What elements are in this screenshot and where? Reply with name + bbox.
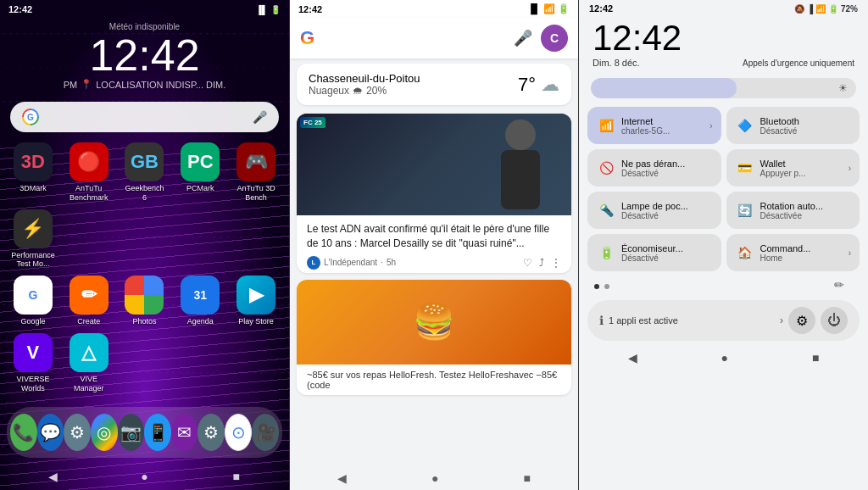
qs-dnd-icon: 🔕 (794, 4, 804, 14)
news-actions: ♡ ⤴ ⋮ (523, 257, 561, 269)
feed-nav-bar: ◀ ● ■ (290, 466, 578, 490)
app-playstore[interactable]: ▶ Play Store (230, 276, 282, 326)
recents-button[interactable]: ■ (228, 468, 245, 485)
feed-home-button[interactable]: ● (431, 471, 438, 485)
app-antutu3d[interactable]: 🎮 AnTuTu 3D Bench (230, 142, 282, 203)
dock-msg2[interactable]: ✉ (171, 414, 198, 451)
app-icon-pcmark: PC (181, 142, 220, 181)
share-icon[interactable]: ⤴ (539, 257, 544, 269)
qs-internet-title: Internet (621, 116, 704, 126)
home-search-bar[interactable]: G 🎤 (10, 102, 279, 132)
cloud-icon: ☁ (541, 74, 559, 96)
qs-settings-button[interactable]: ⚙ (788, 307, 815, 334)
home-button[interactable]: ● (136, 468, 153, 485)
qs-tile-command[interactable]: 🏠 Command... Home › (726, 234, 860, 271)
feed-weather-card[interactable]: Chasseneuil-du-Poitou Nuageux 🌧 20% 7° ☁ (297, 64, 571, 105)
app-label-google: Google (20, 317, 45, 326)
app-photos[interactable]: Photos (119, 276, 171, 326)
app-label-agenda: Agenda (187, 317, 214, 326)
app-google[interactable]: G Google (7, 276, 59, 326)
app-label-geekbench: Geekbench 6 (122, 184, 166, 203)
app-antutu[interactable]: 🔴 AnTuTu Benchmark (63, 142, 115, 203)
qs-bottom-arrow[interactable]: › (780, 315, 783, 326)
weather-city: Chasseneuil-du-Poitou (309, 72, 420, 85)
qs-tile-dnd[interactable]: 🚫 Ne pas déran... Désactivé (587, 149, 721, 187)
brightness-slider[interactable]: ☀ (591, 78, 856, 98)
app-viverse[interactable]: V VIVERSE Worlds (7, 333, 59, 393)
app-icon-antutu3d: 🎮 (236, 142, 275, 181)
home-top-area: Météo indisponible 12:42 PM 📍 LOCALISATI… (0, 19, 289, 95)
app-agenda[interactable]: 31 Agenda (174, 276, 226, 326)
mic-icon[interactable]: 🎤 (253, 110, 267, 124)
qs-command-arrow[interactable]: › (849, 248, 851, 258)
qs-tile-flashlight[interactable]: 🔦 Lampe de poc... Désactivé (587, 192, 721, 229)
qs-dnd-icon2: 🚫 (596, 158, 616, 178)
app-vive[interactable]: △ VIVE Manager (63, 333, 115, 393)
qs-date-emergency: Dim. 8 déc. Appels d'urgence uniquement (593, 58, 854, 68)
qs-battery-pct: 72% (841, 4, 858, 14)
google-g-logo: G (22, 109, 39, 125)
app-icon-geekbench: GB (125, 142, 164, 181)
qs-edit-button[interactable]: ✏ (822, 278, 856, 295)
dock-cam2[interactable]: 🎥 (252, 414, 279, 451)
app-pcmark[interactable]: PC PCMark (174, 142, 226, 203)
qs-dots (591, 281, 613, 292)
home-date-pm: PM (64, 80, 78, 90)
more-icon[interactable]: ⋮ (551, 257, 561, 269)
feed-recents-button[interactable]: ■ (524, 471, 531, 485)
feed-news-card[interactable]: FC 25 Le test ADN avait confirmé qu'il é… (297, 114, 571, 273)
qs-internet-arrow[interactable]: › (709, 121, 712, 131)
dock-phone[interactable]: 📞 (10, 414, 37, 451)
qs-tile-wallet[interactable]: 💳 Wallet Appuyer p... › (726, 149, 860, 187)
dock-messages[interactable]: 💬 (37, 414, 64, 451)
app-label-vive: VIVE Manager (67, 375, 111, 393)
news-title: Le test ADN avait confirmé qu'il était l… (307, 222, 561, 251)
app-icon-agenda: 31 (181, 276, 220, 315)
app-icon-3dmark: 3D (14, 142, 53, 181)
qs-tile-bluetooth[interactable]: 🔷 Bluetooth Désactivé (726, 107, 860, 144)
dock-settings[interactable]: ⚙ (64, 414, 91, 451)
qs-recents-button[interactable]: ■ (812, 351, 819, 365)
dock-chrome2[interactable]: ⊙ (225, 414, 252, 451)
food-caption: ~85€ sur vos repas HelloFresh. Testez He… (297, 365, 571, 395)
app-grid-row1: 3D 3DMark 🔴 AnTuTu Benchmark GB Geekbenc… (7, 142, 282, 203)
news-source: L L'Indépendant · 5h (307, 256, 396, 270)
qs-tile-rotation[interactable]: 🔄 Rotation auto... Désactivée (726, 192, 860, 229)
dock-settings2[interactable]: ⚙ (198, 414, 225, 451)
app-grid-row3: G Google ✏ Create Photos 31 Agenda ▶ (7, 276, 282, 326)
qs-dot-1 (594, 284, 599, 289)
home-dock: 📞 💬 ⚙ ◎ 📷 📱 ✉ ⚙ ⊙ 🎥 (7, 407, 282, 458)
qs-batsaver-text: Économiseur... Désactivé (621, 243, 713, 263)
app-grid-row2: ⚡ Performance Test Mo... (7, 209, 282, 270)
feed-mic-icon[interactable]: 🎤 (514, 29, 532, 47)
feed-back-button[interactable]: ◀ (337, 471, 347, 485)
qs-tile-internet[interactable]: 📶 Internet charles-5G... › (587, 107, 721, 144)
home-status-bar: 12:42 ▐▌ 🔋 (0, 0, 289, 19)
qs-home-button[interactable]: ● (721, 351, 728, 365)
weather-temp-area: 7° ☁ (518, 74, 559, 96)
dock-dialer2[interactable]: 📱 (144, 414, 171, 451)
feed-google-logo: G (300, 27, 314, 49)
qs-bottom-bar[interactable]: ℹ 1 appli est active › ⚙ ⏻ (587, 300, 860, 341)
dock-chrome[interactable]: ◎ (91, 414, 118, 451)
back-button[interactable]: ◀ (44, 468, 61, 485)
like-icon[interactable]: ♡ (523, 257, 532, 269)
qs-flashlight-text: Lampe de poc... Désactivé (621, 201, 713, 220)
app-label-perf: Performance Test Mo... (11, 251, 55, 270)
dock-camera[interactable]: 📷 (118, 414, 145, 451)
qs-back-button[interactable]: ◀ (628, 351, 637, 365)
app-create[interactable]: ✏ Create (63, 276, 115, 326)
qs-wallet-arrow[interactable]: › (849, 164, 851, 173)
app-perf[interactable]: ⚡ Performance Test Mo... (7, 209, 59, 270)
qs-power-button[interactable]: ⏻ (821, 307, 848, 334)
quick-settings-panel: 12:42 🔕 ▐ 📶 🔋 72% 12:42 Dim. 8 déc. Appe… (578, 0, 868, 490)
app-geekbench[interactable]: GB Geekbench 6 (119, 142, 171, 203)
app-icon-google: G (14, 276, 53, 315)
feed-user-avatar[interactable]: C (541, 25, 568, 52)
app-3dmark[interactable]: 3D 3DMark (7, 142, 59, 203)
feed-food-card[interactable]: 🍔 ~85€ sur vos repas HelloFresh. Testez … (297, 280, 571, 395)
feed-search-bar[interactable]: G 🎤 C (290, 18, 578, 58)
qs-tile-battery-saver[interactable]: 🔋 Économiseur... Désactivé (587, 234, 721, 271)
fc25-badge: FC 25 (300, 117, 326, 128)
news-person-figure (487, 114, 554, 215)
